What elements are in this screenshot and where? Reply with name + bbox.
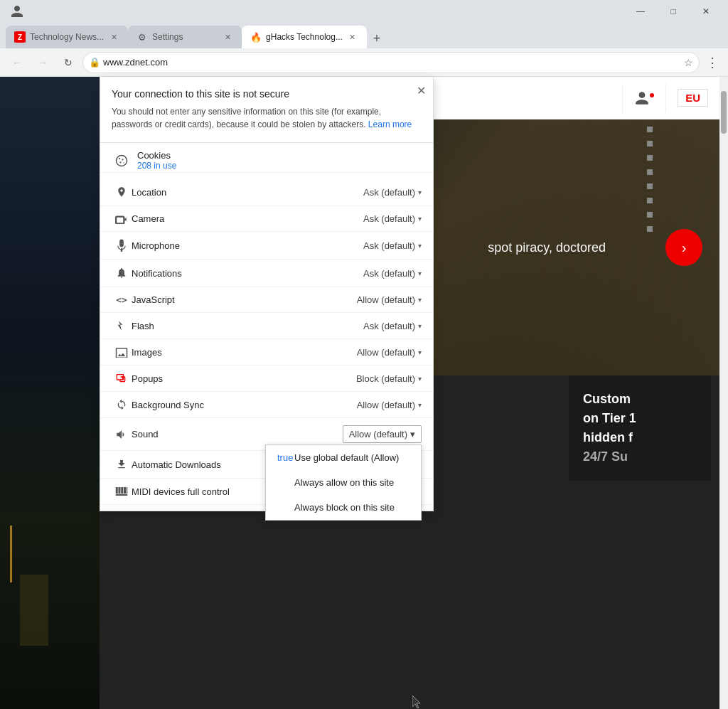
svg-rect-9 [121, 487, 123, 494]
sound-option-default-label: Use global default (Allow) [294, 452, 399, 463]
sound-option-allow[interactable]: Always allow on this site [266, 470, 421, 495]
microphone-dropdown[interactable]: Ask (default) ▾ [363, 240, 422, 251]
svg-rect-8 [119, 487, 121, 494]
tab-close-technology[interactable]: ✕ [108, 31, 119, 43]
reload-button[interactable]: ↻ [57, 51, 80, 74]
images-dropdown[interactable]: Allow (default) ▾ [357, 347, 422, 358]
sound-option-block-label: Always block on this site [294, 502, 395, 513]
close-button[interactable]: ✕ [690, 0, 722, 23]
tab-favicon-settings: ⚙ [136, 31, 148, 43]
images-label: Images [132, 347, 357, 358]
header-divider [622, 84, 623, 112]
tab-technology-news[interactable]: Z Technology News... ✕ [6, 26, 128, 48]
custom-text: Custom on Tier 1 hidden f 24/7 Su [569, 375, 711, 481]
microphone-arrow: ▾ [418, 242, 422, 250]
tab-close-ghacks[interactable]: ✕ [347, 31, 358, 43]
sound-icon [112, 429, 132, 440]
background-sync-label: Background Sync [132, 400, 357, 410]
cookies-count-link[interactable]: 208 in use [137, 161, 422, 171]
sound-dropdown-menu: true Use global default (Allow) Always a… [265, 444, 422, 521]
tab-close-settings[interactable]: ✕ [222, 31, 233, 43]
camera-dropdown[interactable]: Ask (default) ▾ [363, 213, 422, 224]
cookies-icon [112, 154, 132, 167]
scrollbar-thumb[interactable] [721, 91, 727, 134]
piracy-text: spot piracy, doctored [488, 240, 606, 255]
background-sync-dropdown[interactable]: Allow (default) ▾ [357, 400, 422, 410]
sound-dropdown-trigger[interactable]: Allow (default) ▾ true Use global defaul… [343, 425, 422, 443]
address-input-wrap[interactable]: 🔒 www.zdnet.com ☆ [82, 52, 700, 73]
location-label: Location [132, 187, 363, 198]
notification-dot [650, 93, 654, 97]
sound-option-block[interactable]: Always block on this site [266, 495, 421, 520]
camera-label: Camera [132, 213, 363, 224]
tabs-bar: Z Technology News... ✕ ⚙ Settings ✕ 🔥 gH… [0, 23, 728, 48]
close-popup-button[interactable]: ✕ [417, 84, 426, 97]
minimize-button[interactable]: — [624, 0, 657, 23]
svg-point-1 [119, 157, 120, 159]
tab-settings[interactable]: ⚙ Settings ✕ [128, 26, 242, 48]
address-bar: ← → ↻ 🔒 www.zdnet.com ☆ ⋮ [0, 48, 728, 77]
permission-location: Location Ask (default) ▾ [100, 178, 433, 206]
popups-label: Popups [132, 373, 356, 384]
flash-arrow: ▾ [418, 322, 422, 330]
images-icon [112, 346, 132, 358]
next-button[interactable]: › [665, 229, 702, 266]
window-controls: — □ ✕ [624, 0, 722, 23]
location-arrow: ▾ [418, 188, 422, 196]
javascript-arrow: ▾ [418, 296, 422, 304]
tab-favicon-zdnet: Z [14, 31, 26, 43]
svg-point-4 [123, 162, 124, 164]
cookies-label-group: Cookies 208 in use [137, 150, 422, 171]
flash-value: Ask (default) [363, 321, 415, 331]
user-icon[interactable] [6, 0, 28, 23]
background-sync-icon [112, 399, 132, 410]
maximize-button[interactable]: □ [657, 0, 690, 23]
security-popup: ✕ Your connection to this site is not se… [100, 77, 434, 511]
lock-icon: 🔒 [89, 57, 100, 68]
location-value: Ask (default) [363, 187, 415, 198]
forward-button[interactable]: → [31, 51, 54, 74]
new-tab-button[interactable]: + [367, 28, 387, 48]
notifications-label: Notifications [132, 268, 363, 279]
browser-menu-icon[interactable]: ⋮ [702, 53, 722, 73]
javascript-label: JavaScript [132, 294, 357, 305]
svg-rect-11 [127, 487, 128, 494]
microphone-label: Microphone [132, 240, 363, 251]
location-icon [112, 186, 132, 198]
back-button[interactable]: ← [6, 51, 28, 74]
cookies-row: Cookies 208 in use [100, 143, 433, 173]
permission-flash: Flash Ask (default) ▾ [100, 313, 433, 339]
notifications-value: Ask (default) [363, 268, 415, 279]
sound-value: Allow (default) [349, 429, 407, 439]
flash-dropdown[interactable]: Ask (default) ▾ [363, 321, 422, 331]
svg-rect-7 [116, 487, 118, 494]
title-bar-left [6, 0, 28, 23]
sound-label: Sound [132, 429, 343, 439]
bookmark-icon[interactable]: ☆ [684, 57, 693, 68]
svg-point-2 [122, 159, 123, 160]
cookies-label: Cookies [137, 150, 422, 161]
learn-more-link[interactable]: Learn more [368, 119, 412, 129]
permission-background-sync: Background Sync Allow (default) ▾ [100, 392, 433, 418]
notifications-dropdown[interactable]: Ask (default) ▾ [363, 268, 422, 279]
permissions-section: Location Ask (default) ▾ Camera Ask (def… [100, 173, 433, 511]
flash-icon [112, 320, 132, 331]
tab-ghacks[interactable]: 🔥 gHacks Technolog... ✕ [242, 26, 367, 48]
warning-body-text: You should not enter any sensitive infor… [112, 107, 381, 129]
security-warning: ✕ Your connection to this site is not se… [100, 77, 433, 143]
tab-label-ghacks: gHacks Technolog... [266, 32, 343, 42]
popups-dropdown[interactable]: Block (default) ▾ [356, 373, 422, 384]
url-text: www.zdnet.com [103, 57, 681, 68]
scrollbar[interactable] [719, 77, 728, 709]
sound-value-box: Allow (default) ▾ [343, 425, 422, 443]
street-image [0, 77, 100, 709]
javascript-dropdown[interactable]: Allow (default) ▾ [357, 294, 422, 305]
popups-icon [112, 373, 132, 384]
svg-rect-12 [116, 494, 128, 496]
sound-option-default[interactable]: true Use global default (Allow) [266, 445, 421, 470]
location-dropdown[interactable]: Ask (default) ▾ [363, 187, 422, 198]
title-bar: — □ ✕ [0, 0, 728, 23]
camera-icon [112, 214, 132, 224]
svg-rect-10 [124, 487, 126, 494]
automatic-downloads-icon [112, 458, 132, 471]
